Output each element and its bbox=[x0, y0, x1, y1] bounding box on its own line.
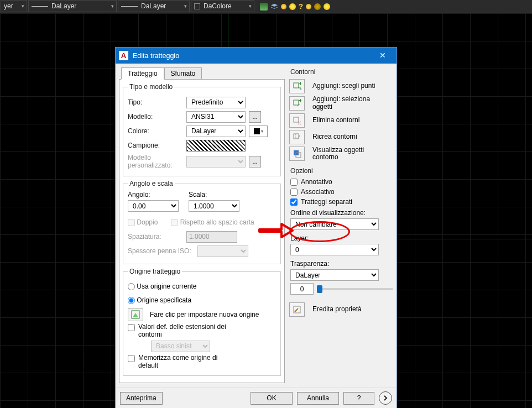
chevron-down-icon: ▾ bbox=[111, 3, 114, 9]
label-trasparenza: Trasparenza: bbox=[290, 260, 393, 268]
toolbar-combo-2[interactable]: DaLayer ▾ bbox=[118, 0, 190, 12]
group-tipo-modello: Tipo e modello Tipo: Predefinito Modello… bbox=[123, 83, 281, 176]
slider-trasparenza[interactable] bbox=[317, 288, 393, 290]
add-objects-button[interactable]: + bbox=[289, 96, 305, 111]
sun-dim-icon[interactable] bbox=[314, 3, 321, 10]
tab-tratteggio[interactable]: Tratteggio bbox=[121, 67, 164, 80]
browse-modello-button[interactable]: ... bbox=[249, 111, 261, 123]
select-basso-sinistra: Basso sinistra bbox=[151, 341, 210, 352]
inherit-properties-button[interactable] bbox=[289, 302, 305, 317]
pattern-preview[interactable] bbox=[186, 140, 246, 151]
label-separati: Tratteggi separati bbox=[301, 198, 352, 206]
sun-icon[interactable] bbox=[289, 3, 296, 10]
stack-icon[interactable] bbox=[270, 3, 278, 11]
layers-icon[interactable] bbox=[260, 3, 268, 11]
browse-custom-button[interactable]: ... bbox=[249, 156, 261, 168]
group-origine: Origine tratteggio Usa origine corrente … bbox=[123, 268, 281, 376]
heading-opzioni: Opzioni bbox=[290, 167, 393, 175]
chevron-down-icon: ▾ bbox=[22, 3, 24, 9]
expand-button[interactable] bbox=[379, 391, 392, 405]
chevron-down-icon: ▾ bbox=[184, 3, 187, 9]
svg-rect-1 bbox=[294, 83, 299, 88]
checkbox-doppio[interactable]: Doppio bbox=[128, 218, 158, 226]
select-colore[interactable]: DaLayer bbox=[186, 125, 246, 137]
input-trasparenza-num[interactable] bbox=[290, 283, 314, 295]
svg-text:+: + bbox=[299, 82, 301, 87]
add-points-button[interactable]: + bbox=[289, 79, 305, 93]
color-swatch-picker[interactable]: ▾ bbox=[249, 125, 268, 137]
label-layer: Layer: bbox=[290, 234, 393, 242]
toolbar-combo-1[interactable]: DaLayer ▾ bbox=[28, 0, 117, 12]
app-logo-icon: A bbox=[119, 51, 128, 60]
radio-usa-corrente[interactable]: Usa origine corrente bbox=[128, 283, 196, 290]
select-layer[interactable]: 0 bbox=[290, 244, 379, 255]
select-tipo[interactable]: Predefinito bbox=[186, 97, 246, 108]
label-visualizza: Visualizza oggetti contorno bbox=[312, 147, 373, 162]
dialog-footer: Anteprima OK Annulla ? bbox=[116, 388, 397, 408]
color-swatch-icon bbox=[194, 3, 200, 9]
radio-specificata[interactable]: Origine specificata bbox=[128, 296, 191, 304]
anteprima-button[interactable]: Anteprima bbox=[120, 392, 163, 405]
combo-text: DaColore bbox=[204, 2, 232, 10]
axis-y bbox=[228, 13, 228, 52]
label-custom-model: Modello personalizzato: bbox=[128, 154, 183, 169]
combo-text: DaLayer bbox=[51, 2, 76, 10]
bulb-icon[interactable] bbox=[306, 4, 311, 9]
toolbar-icons: ? bbox=[257, 0, 333, 13]
toolbar-combo-3[interactable]: DaColore ▾ bbox=[191, 0, 254, 12]
label-tipo: Tipo: bbox=[128, 98, 183, 106]
label-add-objects: Aggiungi: seleziona oggetti bbox=[312, 96, 373, 111]
label-eredita: Eredita proprietà bbox=[312, 306, 362, 313]
help-button[interactable]: ? bbox=[343, 392, 374, 405]
legend: Origine tratteggio bbox=[128, 268, 182, 275]
group-angolo-scala: Angolo e scala Angolo: 0.00 Scala: 1.000… bbox=[123, 180, 281, 264]
group-opzioni: Opzioni Annotativo Associativo Tratteggi… bbox=[289, 167, 393, 295]
axis-x bbox=[398, 239, 532, 239]
combo-text: DaLayer bbox=[141, 2, 166, 10]
select-ordine[interactable]: Non cambiare bbox=[290, 218, 379, 230]
label-add-points: Aggiungi: scegli punti bbox=[312, 82, 375, 90]
dialog-titlebar[interactable]: A Edita tratteggio ✕ bbox=[116, 48, 397, 64]
pick-origin-button[interactable] bbox=[128, 308, 143, 321]
annulla-button[interactable]: Annulla bbox=[297, 392, 339, 405]
app-toolbar: yer ▾ DaLayer ▾ DaLayer ▾ DaColore ▾ ? bbox=[0, 0, 532, 13]
checkbox-memorizza[interactable] bbox=[128, 355, 135, 362]
select-angolo[interactable]: 0.00 bbox=[128, 200, 179, 212]
checkbox-separati[interactable] bbox=[290, 198, 298, 206]
select-scala[interactable]: 1.0000 bbox=[189, 200, 239, 212]
checkbox-valori-def[interactable] bbox=[128, 324, 135, 331]
dialog-title: Edita tratteggio bbox=[133, 52, 371, 60]
tab-page: Tipo e modello Tipo: Predefinito Modello… bbox=[119, 79, 285, 383]
select-trasparenza[interactable]: DaLayer bbox=[290, 269, 379, 281]
help-icon[interactable]: ? bbox=[299, 2, 303, 11]
bulb-icon[interactable] bbox=[281, 4, 286, 9]
label-modello: Modello: bbox=[128, 113, 183, 121]
select-iso bbox=[197, 245, 248, 257]
checkbox-associativo[interactable] bbox=[290, 189, 298, 196]
label-angolo: Angolo: bbox=[128, 191, 179, 198]
checkbox-annotativo[interactable] bbox=[290, 179, 298, 186]
label-elimina: Elimina contorni bbox=[312, 117, 359, 124]
toolbar-combo-0[interactable]: yer ▾ bbox=[1, 0, 27, 12]
ok-button[interactable]: OK bbox=[251, 392, 293, 405]
close-button[interactable]: ✕ bbox=[371, 48, 394, 64]
view-boundary-button[interactable] bbox=[289, 147, 305, 161]
tab-sfumato[interactable]: Sfumato bbox=[164, 67, 202, 80]
select-modello[interactable]: ANSI31 bbox=[186, 111, 246, 123]
line-style-icon bbox=[121, 6, 138, 7]
checkbox-rispetto[interactable]: Rispetto allo spazio carta bbox=[171, 218, 254, 226]
label-ricrea: Ricrea contorni bbox=[312, 133, 357, 141]
delete-boundary-button[interactable] bbox=[289, 113, 305, 128]
label-colore: Colore: bbox=[128, 127, 183, 135]
recreate-boundary-button[interactable] bbox=[289, 130, 305, 144]
legend: Angolo e scala bbox=[128, 180, 175, 187]
label-scala: Scala: bbox=[189, 191, 239, 198]
sun-bright-icon[interactable] bbox=[324, 3, 330, 10]
label-iso: Spessore penna ISO: bbox=[128, 247, 194, 255]
input-spaziatura bbox=[186, 231, 237, 243]
svg-rect-5 bbox=[294, 117, 299, 122]
combo-text: yer bbox=[4, 2, 13, 10]
heading-contorni: Contorni bbox=[290, 68, 393, 76]
chevron-down-icon: ▾ bbox=[249, 3, 252, 9]
slider-thumb[interactable] bbox=[317, 285, 322, 293]
